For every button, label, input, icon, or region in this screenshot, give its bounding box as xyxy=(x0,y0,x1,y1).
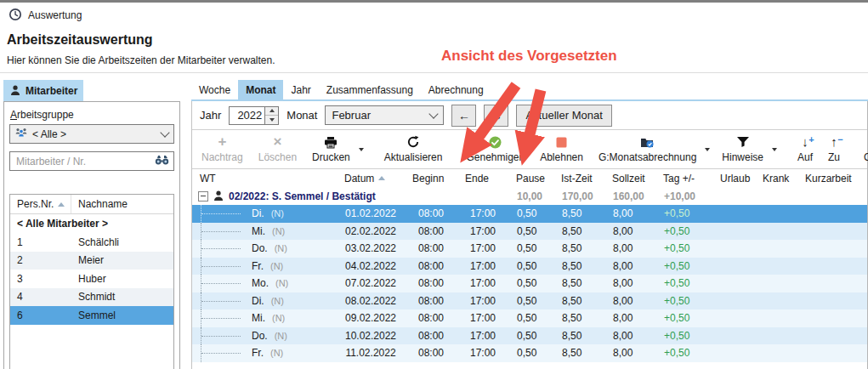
year-value[interactable]: 2022 xyxy=(230,107,264,124)
zu-button[interactable]: ↑−Zu xyxy=(820,130,848,168)
ist-cell: 8,50 xyxy=(553,225,604,237)
all-employees-row[interactable]: < Alle Mitarbeiter > xyxy=(10,214,173,233)
employee-row[interactable]: 1Schälchli xyxy=(10,233,173,252)
day-row[interactable]: Do.(N)03.02.202208:0017:000,508,508,00+0… xyxy=(192,240,867,258)
soll-cell: 8,00 xyxy=(604,330,655,342)
toolbar-button-label: Optionen xyxy=(864,151,868,163)
employee-row[interactable]: 2Meier xyxy=(10,252,173,270)
column-nachname[interactable]: Nachname xyxy=(71,195,173,213)
day-row[interactable]: Mi.(N)09.02.202208:0017:000,508,508,00+0… xyxy=(192,309,867,327)
year-spin-up-icon[interactable] xyxy=(265,107,278,116)
day-row[interactable]: Fr.(N)11.02.202208:0017:000,508,508,00+0… xyxy=(192,344,867,362)
dropdown-caret-icon[interactable] xyxy=(704,130,714,168)
column-label: Ende xyxy=(465,173,489,184)
next-month-button[interactable]: → xyxy=(484,105,508,127)
pause-cell: 0,50 xyxy=(508,242,553,254)
column-ende[interactable]: Ende xyxy=(457,173,508,184)
column-krank[interactable]: Krank xyxy=(755,173,797,184)
soll-cell: 8,00 xyxy=(604,225,655,237)
column-label: WT xyxy=(200,173,216,184)
tab-mitarbeiter[interactable]: Mitarbeiter xyxy=(3,80,83,101)
ist-cell: 8,50 xyxy=(553,347,604,359)
period-controls: Jahr 2022 Monat Februar ← → Aktueller Mo… xyxy=(192,101,867,129)
drucken-button[interactable]: Drucken xyxy=(304,130,358,168)
previous-month-button[interactable]: ← xyxy=(451,105,476,127)
month-dropdown[interactable]: Februar xyxy=(325,105,444,125)
toolbar: +Nachtrag×LöschenDruckenAktualisierenGen… xyxy=(192,129,867,169)
tab-woche[interactable]: Woche xyxy=(191,80,238,99)
ablehnen-button[interactable]: Ablehnen xyxy=(532,130,591,168)
column-wt[interactable]: WT xyxy=(192,173,337,184)
tab-zusammenfassung[interactable]: Zusammenfassung xyxy=(319,80,421,99)
sort-asc-icon xyxy=(378,176,385,180)
weekday-label: Fr. xyxy=(252,260,264,272)
column-beginn[interactable]: Beginn xyxy=(405,173,457,184)
day-row[interactable]: Do.(N)10.02.202208:0017:000,508,508,00+0… xyxy=(192,327,867,345)
day-row[interactable]: Fr.(N)04.02.202208:0017:000,508,508,00+0… xyxy=(192,258,867,275)
tab-monat[interactable]: Monat xyxy=(238,80,283,99)
tag-cell: +0,50 xyxy=(655,347,712,359)
pause-cell: 0,50 xyxy=(508,277,553,289)
weekday-cell: Fr.(N) xyxy=(192,344,337,362)
dropdown-caret-icon[interactable] xyxy=(358,130,368,168)
date-cell: 10.02.2022 xyxy=(337,330,405,342)
day-row[interactable]: Di.(N)08.02.202208:0017:000,508,508,00+0… xyxy=(192,292,867,310)
employee-search-input[interactable] xyxy=(14,155,155,168)
person-icon xyxy=(213,190,224,202)
employee-row[interactable]: 3Huber xyxy=(10,270,173,288)
aktualisieren-button[interactable]: Aktualisieren xyxy=(377,130,451,168)
year-spinner[interactable]: 2022 xyxy=(229,106,279,125)
column-tag[interactable]: Tag +/- xyxy=(655,173,712,184)
column-label: Datum xyxy=(344,173,374,184)
binoculars-icon[interactable] xyxy=(155,155,169,167)
genehmigen-button[interactable]: Genehmigen xyxy=(458,130,532,168)
g-monatsabrechnung-button[interactable]: G:Monatsabrechnung xyxy=(591,130,704,168)
ende-cell: 17:00 xyxy=(457,295,508,307)
column-istzeit[interactable]: Ist-Zeit xyxy=(553,173,604,184)
column-datum[interactable]: Datum xyxy=(337,173,405,184)
day-flag: (N) xyxy=(271,296,284,306)
day-row[interactable]: Di.(N)01.02.202208:0017:000,508,508,00+0… xyxy=(192,205,867,223)
tab-abrechnung[interactable]: Abrechnung xyxy=(421,80,491,99)
ende-cell: 17:00 xyxy=(457,347,508,359)
employee-name: Huber xyxy=(71,273,173,285)
filter-icon xyxy=(736,135,750,150)
current-month-button[interactable]: Aktueller Monat xyxy=(516,105,611,127)
day-row[interactable]: Mo.(N)07.02.202208:0017:000,508,508,00+0… xyxy=(192,275,867,292)
collapse-expander-icon[interactable] xyxy=(198,191,208,202)
column-label: Ist-Zeit xyxy=(561,173,593,184)
column-pause[interactable]: Pause xyxy=(508,173,553,184)
ist-cell: 8,50 xyxy=(553,207,604,219)
weekday-label: Mi. xyxy=(252,312,265,324)
beginn-cell: 08:00 xyxy=(405,225,457,237)
employee-row[interactable]: 4Schmidt xyxy=(10,288,173,307)
employee-row[interactable]: 6Semmel xyxy=(10,306,173,325)
column-label: Krank xyxy=(763,173,789,184)
tab-mitarbeiter-label: Mitarbeiter xyxy=(26,85,77,97)
employee-name: Semmel xyxy=(71,309,173,321)
dropdown-caret-icon[interactable] xyxy=(771,130,781,168)
month-group-row[interactable]: 02/2022: S. Semmel / Bestätigt 10,00 170… xyxy=(192,187,867,205)
day-row[interactable]: Mi.(N)02.02.202208:0017:000,508,508,00+0… xyxy=(192,223,867,241)
column-kurzarbeit[interactable]: Kurzarbeit xyxy=(797,173,867,184)
auf-button[interactable]: ↓+Auf xyxy=(790,130,820,168)
soll-cell: 8,00 xyxy=(604,277,655,289)
arbeitsgruppe-select[interactable]: < Alle > xyxy=(9,124,174,144)
column-persnr[interactable]: Pers.Nr. xyxy=(10,195,71,213)
tag-cell: +0,50 xyxy=(655,312,712,324)
collapse-rows-icon: ↑− xyxy=(831,135,837,150)
optionen-button[interactable]: Optionen xyxy=(856,130,868,168)
column-urlaub[interactable]: Urlaub xyxy=(712,173,755,184)
year-spin-down-icon[interactable] xyxy=(265,115,278,124)
header-separator xyxy=(0,72,868,73)
tab-jahr[interactable]: Jahr xyxy=(283,80,318,99)
column-sollzeit[interactable]: Sollzeit xyxy=(604,173,655,184)
column-label: Pause xyxy=(516,173,545,184)
day-flag: (N) xyxy=(272,226,285,236)
weekday-cell: Mi.(N) xyxy=(192,309,337,327)
hinweise-button[interactable]: Hinweise xyxy=(714,130,771,168)
date-cell: 08.02.2022 xyxy=(337,295,405,307)
reject-square-icon xyxy=(556,135,567,150)
employee-sidebar: Mitarbeiter Arbeitsgruppe < Alle > Pers.… xyxy=(3,80,180,369)
date-cell: 03.02.2022 xyxy=(337,242,405,254)
